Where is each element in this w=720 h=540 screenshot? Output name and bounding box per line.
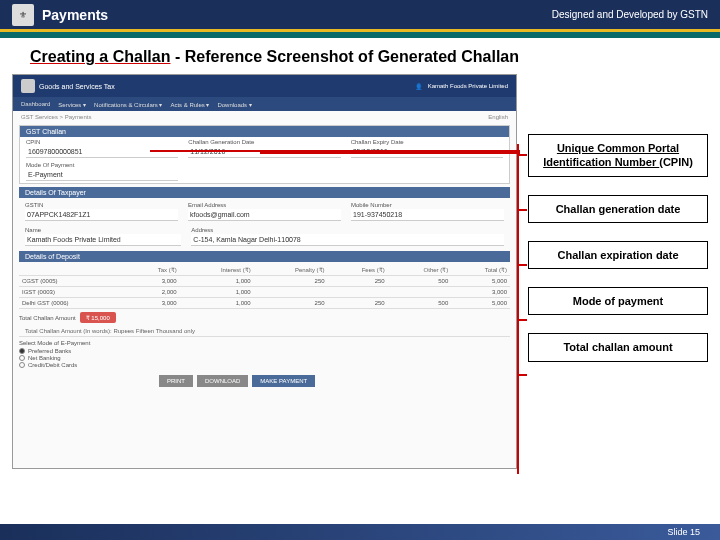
slide-title: Creating a Challan - Reference Screensho… [0, 38, 720, 74]
gst-logo-icon [21, 79, 35, 93]
slide-header: ⚜ Payments Designed and Developed by GST… [0, 0, 720, 32]
gst-user: Kamath Foods Private Limited [428, 83, 508, 89]
menu-item[interactable]: Acts & Rules ▾ [170, 101, 209, 108]
menu-item[interactable]: Notifications & Circulars ▾ [94, 101, 162, 108]
slide-number: Slide 15 [667, 527, 700, 537]
content-area: Goods and Services Tax 👤 Kamath Foods Pr… [0, 74, 720, 494]
callout-cpin: Unique Common Portal Identification Numb… [528, 134, 708, 177]
mode-value: E-Payment [26, 169, 178, 181]
menu-item[interactable]: Dashboard [21, 101, 50, 107]
menu-item[interactable]: Downloads ▾ [217, 101, 251, 108]
radio-option[interactable]: Credit/Debit Cards [19, 362, 510, 368]
challan-screenshot: Goods and Services Tax 👤 Kamath Foods Pr… [12, 74, 517, 469]
pay-button[interactable]: MAKE PAYMENT [252, 375, 315, 387]
table-row: Delhi GST (0006)3,0001,0002502505005,000 [19, 298, 510, 309]
connector-spine [517, 144, 519, 474]
taxpayer-head: Details Of Taxpayer [19, 187, 510, 198]
callout-total: Total challan amount [528, 333, 708, 361]
user-icon: 👤 [415, 83, 422, 90]
gst-brand: Goods and Services Tax [39, 83, 115, 90]
breadcrumb: GST Services > Payments English [13, 111, 516, 123]
cpin-value: 16097800000851 [26, 146, 178, 158]
slide-footer: Slide 15 [0, 524, 720, 540]
callouts: Unique Common Portal Identification Numb… [528, 134, 708, 380]
callout-exp: Challan expiration date [528, 241, 708, 269]
header-credit: Designed and Developed by GSTN [552, 9, 708, 20]
table-row: IGST (0003)2,0001,000 3,000 [19, 287, 510, 298]
deposit-table: Tax (₹)Interest (₹)Penalty (₹)Fees (₹)Ot… [19, 264, 510, 309]
total-badge: ₹ 15,000 [80, 312, 116, 323]
title-lead: Creating a Challan [30, 48, 170, 65]
radio-option[interactable]: Net Banking [19, 355, 510, 361]
gst-header: Goods and Services Tax 👤 Kamath Foods Pr… [13, 75, 516, 97]
deposit-head: Details of Deposit [19, 251, 510, 262]
table-row: CGST (0005)3,0001,0002502505005,000 [19, 276, 510, 287]
callout-mode: Mode of payment [528, 287, 708, 315]
gst-menu: Dashboard Services ▾ Notifications & Cir… [13, 97, 516, 111]
header-title: Payments [42, 7, 108, 23]
challan-head: GST Challan [20, 126, 509, 137]
download-button[interactable]: DOWNLOAD [197, 375, 248, 387]
title-rest: - Reference Screenshot of Generated Chal… [170, 48, 519, 65]
radio-option[interactable]: Preferred Banks [19, 348, 510, 354]
callout-gen: Challan generation date [528, 195, 708, 223]
emblem-icon: ⚜ [12, 4, 34, 26]
menu-item[interactable]: Services ▾ [58, 101, 86, 108]
print-button[interactable]: PRINT [159, 375, 193, 387]
